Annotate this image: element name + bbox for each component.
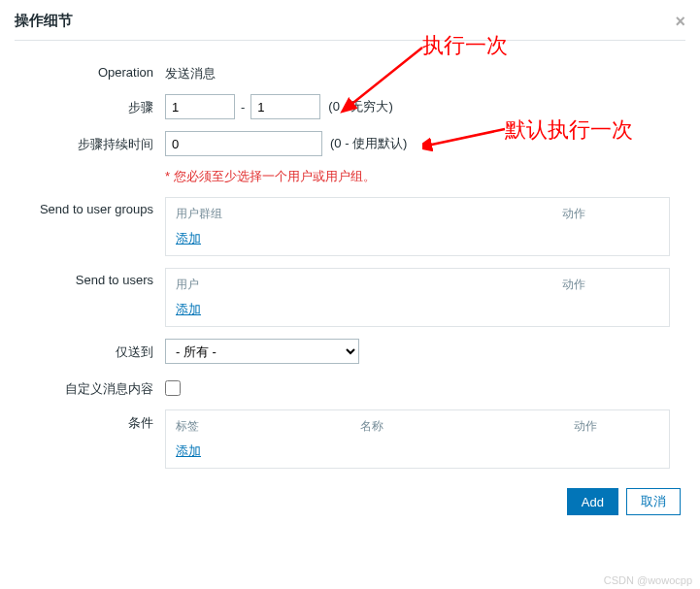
add-condition-link[interactable]: 添加: [176, 442, 201, 460]
row-conditions: 条件 标签 名称 动作 添加: [15, 409, 685, 469]
sendto-label: 仅送到: [15, 339, 165, 361]
steps-dash: -: [241, 100, 245, 115]
add-button[interactable]: Add: [567, 488, 618, 515]
dialog-title: 操作细节: [15, 12, 73, 30]
duration-hint: (0 - 使用默认): [330, 135, 407, 152]
cond-col-name: 名称: [360, 418, 574, 435]
duration-label: 步骤持续时间: [15, 131, 165, 153]
user-groups-label: Send to user groups: [15, 197, 165, 216]
steps-hint: (0 - 无穷大): [328, 98, 392, 115]
row-user-groups: Send to user groups 用户群组 动作 添加: [15, 197, 685, 256]
steps-to-input[interactable]: [250, 94, 320, 119]
row-duration: 步骤持续时间 (0 - 使用默认): [15, 131, 685, 156]
groups-col-name: 用户群组: [176, 206, 562, 222]
row-users: Send to users 用户 动作 添加: [15, 268, 685, 327]
groups-col-action: 动作: [562, 206, 659, 222]
operation-details-dialog: 操作细节 × Operation 发送消息 步骤 - (0 - 无穷大) 步骤持…: [0, 0, 700, 530]
row-custom-message: 自定义消息内容: [15, 376, 685, 398]
conditions-label: 条件: [15, 409, 165, 432]
cond-col-label: 标签: [176, 418, 360, 435]
users-label: Send to users: [15, 268, 165, 287]
steps-from-input[interactable]: [165, 94, 235, 119]
steps-label: 步骤: [15, 94, 165, 116]
add-user-link[interactable]: 添加: [176, 301, 201, 318]
dialog-header: 操作细节 ×: [15, 0, 685, 41]
operation-value: 发送消息: [165, 60, 685, 82]
row-sendto: 仅送到 - 所有 -: [15, 339, 685, 364]
close-icon[interactable]: ×: [675, 13, 685, 30]
user-groups-panel: 用户群组 动作 添加: [165, 197, 670, 256]
custom-message-label: 自定义消息内容: [15, 376, 165, 398]
users-col-name: 用户: [176, 277, 562, 293]
dialog-footer: Add 取消: [15, 488, 685, 515]
row-steps: 步骤 - (0 - 无穷大): [15, 94, 685, 119]
users-col-action: 动作: [562, 277, 659, 293]
sendto-select[interactable]: - 所有 -: [165, 339, 359, 364]
cancel-button[interactable]: 取消: [626, 488, 681, 515]
validation-message: *您必须至少选择一个用户或用户组。: [165, 168, 376, 185]
cond-col-action: 动作: [574, 418, 659, 435]
add-user-group-link[interactable]: 添加: [176, 230, 201, 247]
users-panel: 用户 动作 添加: [165, 268, 670, 327]
custom-message-checkbox[interactable]: [165, 380, 181, 396]
duration-input[interactable]: [165, 131, 322, 156]
watermark: CSDN @wowocpp: [604, 574, 692, 586]
row-validation: *您必须至少选择一个用户或用户组。: [15, 168, 685, 185]
operation-label: Operation: [15, 60, 165, 80]
row-operation: Operation 发送消息: [15, 60, 685, 82]
conditions-panel: 标签 名称 动作 添加: [165, 409, 670, 469]
